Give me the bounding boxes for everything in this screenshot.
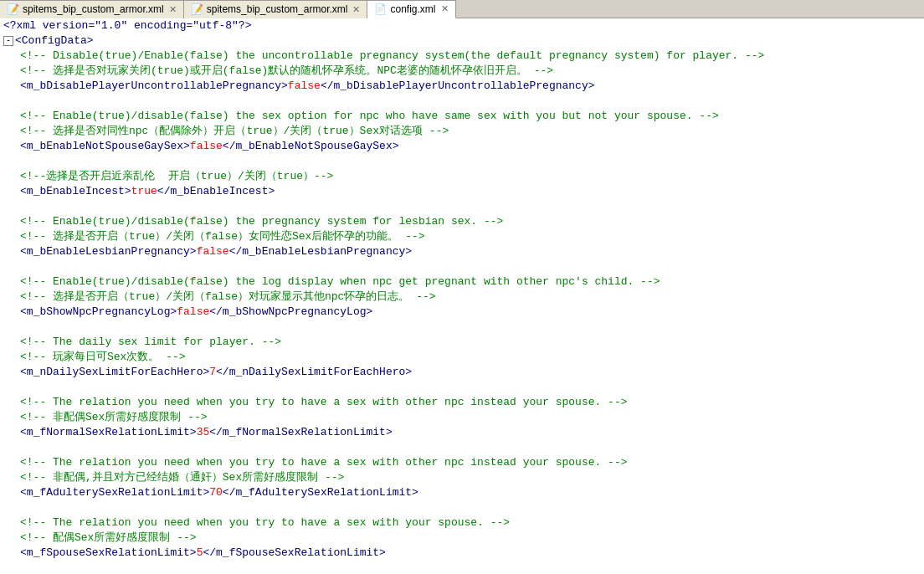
tab-3-close[interactable]: ✕ — [441, 3, 449, 14]
tab-1-close[interactable]: ✕ — [169, 4, 177, 15]
code-line-3: <!-- 选择是否对玩家关闭(true)或开启(false)默认的随机怀孕系统。… — [0, 64, 924, 79]
code-line-11: <m_bEnableIncest>true</m_bEnableIncest> — [0, 184, 924, 199]
code-line-17: <!-- Enable(true)/disable(false) the log… — [0, 274, 924, 290]
code-line-6: <!-- Enable(true)/disable(false) the sex… — [0, 109, 924, 124]
code-line-10: <!--选择是否开启近亲乱伦 开启（true）/关闭（true）--> — [0, 169, 924, 184]
code-line-15: <m_bEnableLesbianPregnancy>false</m_bEna… — [0, 244, 924, 259]
tab-3-icon: 📄 — [374, 3, 387, 15]
tab-3[interactable]: 📄 config.xml ✕ — [367, 0, 455, 18]
tab-3-label: config.xml — [390, 3, 435, 15]
code-line-1: -<ConfigData> — [0, 33, 924, 49]
tab-2-label: spitems_bip_custom_armor.xml — [207, 3, 348, 15]
code-line-9 — [0, 154, 924, 169]
tab-1-icon: 📝 — [7, 3, 19, 15]
code-line-16 — [0, 259, 924, 274]
tab-2-icon: 📝 — [191, 3, 203, 15]
code-line-2: <!-- Disable(true)/Enable(false) the unc… — [0, 49, 924, 64]
code-line-7: <!-- 选择是否对同性npc（配偶除外）开启（true）/关闭（true）Se… — [0, 124, 924, 139]
code-line-21: <!-- The daily sex limit for player. --> — [0, 335, 924, 350]
tab-2[interactable]: 📝 spitems_bip_custom_armor.xml ✕ — [184, 0, 368, 18]
code-line-29: <!-- The relation you need when you try … — [0, 455, 924, 470]
code-line-26: <!-- 非配偶Sex所需好感度限制 --> — [0, 410, 924, 425]
code-line-13: <!-- Enable(true)/disable(false) the pre… — [0, 214, 924, 229]
collapse-btn[interactable]: - — [3, 36, 13, 46]
code-line-25: <!-- The relation you need when you try … — [0, 395, 924, 410]
code-line-18: <!-- 选择是否开启（true）/关闭（false）对玩家显示其他npc怀孕的… — [0, 290, 924, 305]
code-line-34: <!-- 配偶Sex所需好感度限制 --> — [0, 530, 924, 546]
code-line-14: <!-- 选择是否开启（true）/关闭（false）女同性恋Sex后能怀孕的功… — [0, 229, 924, 244]
tab-2-close[interactable]: ✕ — [352, 4, 360, 15]
tab-bar: 📝 spitems_bip_custom_armor.xml ✕ 📝 spite… — [0, 0, 924, 18]
tab-1-label: spitems_bip_custom_armor.xml — [23, 3, 164, 15]
code-line-20 — [0, 320, 924, 335]
code-line-35: <m_fSpouseSexRelationLimit>5</m_fSpouseS… — [0, 546, 924, 561]
code-line-0: <?xml version="1.0" encoding="utf-8"?> — [0, 18, 924, 33]
code-line-24 — [0, 380, 924, 395]
code-line-12 — [0, 199, 924, 214]
code-line-32 — [0, 500, 924, 515]
code-line-28 — [0, 440, 924, 455]
code-line-27: <m_fNormalSexRelationLimit>35</m_fNormal… — [0, 425, 924, 440]
code-line-31: <m_fAdulterySexRelationLimit>70</m_fAdul… — [0, 485, 924, 500]
code-line-33: <!-- The relation you need when you try … — [0, 515, 924, 530]
code-line-4: <m_bDisablePlayerUncontrollablePregnancy… — [0, 79, 924, 94]
code-line-5 — [0, 94, 924, 109]
editor-area: <?xml version="1.0" encoding="utf-8"?>-<… — [0, 18, 924, 574]
code-line-8: <m_bEnableNotSpouseGaySex>false</m_bEnab… — [0, 139, 924, 154]
code-line-19: <m_bShowNpcPregnancyLog>false</m_bShowNp… — [0, 305, 924, 320]
tab-1[interactable]: 📝 spitems_bip_custom_armor.xml ✕ — [0, 0, 184, 18]
code-line-23: <m_nDailySexLimitForEachHero>7</m_nDaily… — [0, 365, 924, 380]
code-line-22: <!-- 玩家每日可Sex次数。 --> — [0, 350, 924, 365]
code-line-30: <!-- 非配偶,并且对方已经结婚（通奸）Sex所需好感度限制 --> — [0, 470, 924, 485]
